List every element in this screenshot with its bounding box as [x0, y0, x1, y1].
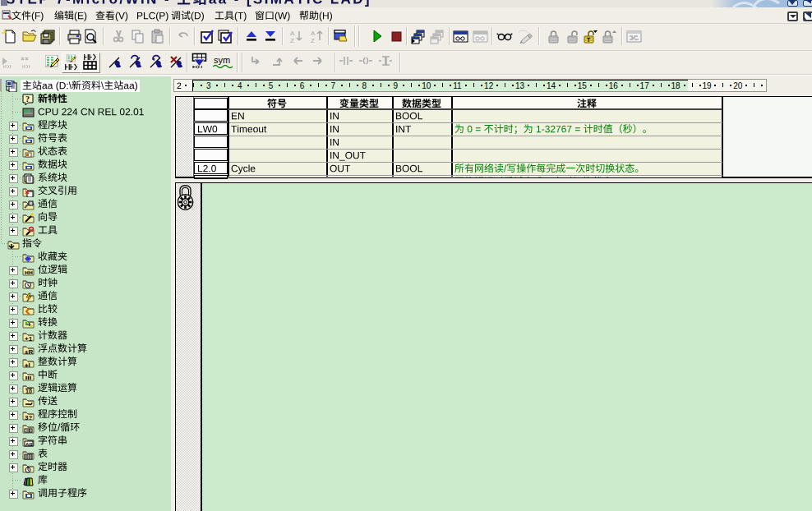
svg-text:+1: +1 — [25, 335, 33, 342]
svg-text:±R: ±R — [25, 348, 33, 355]
svg-text:AB: AB — [25, 441, 33, 446]
svg-text:Z: Z — [290, 37, 294, 44]
svg-text:A: A — [311, 30, 316, 37]
svg-text:Z: Z — [311, 37, 315, 44]
svg-text:?: ? — [25, 94, 30, 104]
svg-text:A: A — [290, 30, 295, 37]
svg-text:T: T — [587, 37, 591, 43]
svg-text:±I: ±I — [25, 361, 30, 368]
svg-text:10: 10 — [25, 389, 32, 394]
svg-text:3?: 3? — [25, 414, 32, 421]
